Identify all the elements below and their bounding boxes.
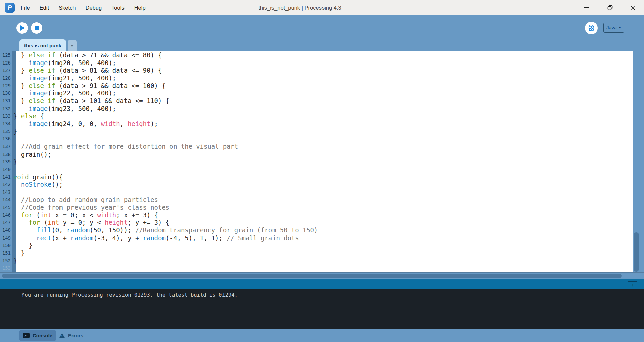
code-line-147: 147 for (int y = 0; y < height; y += 3) … bbox=[0, 219, 633, 226]
line-number: 151 bbox=[0, 249, 12, 257]
code-line-125: 125 } else if (data > 71 && data <= 80) … bbox=[0, 51, 633, 59]
code-line-141: 141void grain(){ bbox=[0, 173, 633, 181]
line-number: 132 bbox=[0, 105, 12, 113]
code-text: } bbox=[12, 242, 33, 249]
menu-item-debug[interactable]: Debug bbox=[85, 5, 102, 11]
editor-status-bar: ↓ bbox=[0, 279, 644, 289]
line-number: 147 bbox=[0, 219, 12, 226]
code-text: } else if (data > 81 && data <= 90) { bbox=[12, 67, 162, 74]
console-output: You are running Processing revision 0129… bbox=[0, 289, 644, 329]
code-text: } bbox=[12, 257, 17, 265]
dropdown-arrow-icon: ▼ bbox=[70, 44, 74, 48]
line-number: 146 bbox=[0, 211, 12, 219]
menu-item-file[interactable]: File bbox=[21, 5, 30, 11]
menu-item-edit[interactable]: Edit bbox=[40, 5, 49, 11]
code-line-130: 130 image(img22, 500, 400); bbox=[0, 89, 633, 97]
terminal-icon: >_ bbox=[23, 333, 30, 338]
play-icon bbox=[20, 25, 25, 31]
line-number: 141 bbox=[0, 173, 12, 181]
vertical-scrollbar-thumb[interactable] bbox=[634, 232, 639, 272]
tab-console[interactable]: >_ Console bbox=[19, 330, 56, 341]
arrow-down-icon: ↓ bbox=[628, 282, 637, 287]
code-text: } bbox=[12, 128, 17, 135]
menu-item-sketch[interactable]: Sketch bbox=[59, 5, 76, 11]
code-text bbox=[12, 188, 13, 196]
run-button[interactable] bbox=[16, 22, 28, 34]
close-button[interactable] bbox=[627, 0, 639, 15]
line-number: 142 bbox=[0, 181, 12, 188]
code-text bbox=[12, 264, 13, 272]
code-line-140: 140 bbox=[0, 166, 633, 173]
code-line-144: 144 //Loop to add random grain particles bbox=[0, 196, 633, 204]
line-number: 134 bbox=[0, 120, 12, 128]
chevron-down-icon: ▼ bbox=[618, 26, 621, 29]
code-line-131: 131 } else if (data > 101 && data <= 110… bbox=[0, 97, 633, 105]
processing-ide-window: P FileEditSketchDebugToolsHelp this_is_n… bbox=[0, 0, 644, 342]
code-text: } else if (data > 101 && data <= 110) { bbox=[12, 97, 169, 105]
line-number: 128 bbox=[0, 74, 12, 82]
code-text: image(img24, 0, 0, width, height); bbox=[12, 120, 158, 128]
code-line-148: 148 fill(0, random(50, 150)); //Random t… bbox=[0, 226, 633, 234]
mode-selector-java[interactable]: Java ▼ bbox=[603, 23, 624, 33]
line-number: 140 bbox=[0, 166, 12, 173]
code-text: void grain(){ bbox=[12, 173, 63, 181]
tab-errors[interactable]: ! Errors bbox=[55, 330, 87, 341]
line-number: 133 bbox=[0, 112, 12, 120]
restore-button[interactable] bbox=[604, 0, 616, 15]
tab-dropdown-button[interactable]: ▼ bbox=[68, 40, 77, 51]
code-text bbox=[12, 166, 13, 173]
code-line-151: 151 } bbox=[0, 249, 633, 257]
code-line-127: 127 } else if (data > 81 && data <= 90) … bbox=[0, 67, 633, 74]
code-text: fill(0, random(50, 150)); //Random trans… bbox=[12, 226, 318, 234]
code-text: image(img23, 500, 400); bbox=[12, 105, 116, 113]
code-text: } else { bbox=[12, 112, 44, 120]
line-number: 139 bbox=[0, 158, 12, 166]
line-number: 138 bbox=[0, 151, 12, 158]
menu-item-help[interactable]: Help bbox=[134, 5, 146, 11]
line-number: 150 bbox=[0, 242, 12, 249]
collapse-console-button[interactable]: ↓ bbox=[628, 281, 637, 288]
footer-bar: >_ Console ! Errors bbox=[0, 329, 644, 342]
code-line-133: 133} else { bbox=[0, 112, 633, 120]
code-line-146: 146 for (int x = 0; x < width; x += 3) { bbox=[0, 211, 633, 219]
line-number: 125 bbox=[0, 51, 12, 59]
line-number: 126 bbox=[0, 59, 12, 67]
code-line-136: 136 bbox=[0, 135, 633, 143]
code-text: } else if (data > 71 && data <= 80) { bbox=[12, 51, 162, 59]
code-editor[interactable]: 125 } else if (data > 71 && data <= 80) … bbox=[0, 51, 633, 272]
restore-icon bbox=[607, 5, 613, 10]
errors-tab-label: Errors bbox=[68, 333, 83, 338]
code-line-145: 145 //Code from previous year's class no… bbox=[0, 204, 633, 211]
menu-item-tools[interactable]: Tools bbox=[111, 5, 125, 11]
code-line-149: 149 rect(x + random(-3, 4), y + random(-… bbox=[0, 234, 633, 242]
processing-logo-icon: P bbox=[5, 3, 15, 13]
code-text: image(img22, 500, 400); bbox=[12, 89, 116, 97]
line-number: 136 bbox=[0, 135, 12, 143]
line-number: 145 bbox=[0, 204, 12, 211]
code-line-128: 128 image(img21, 500, 400); bbox=[0, 74, 633, 82]
line-number: 149 bbox=[0, 234, 12, 242]
line-number: 130 bbox=[0, 89, 12, 97]
code-text: for (int x = 0; x < width; x += 3) { bbox=[12, 211, 158, 219]
line-number: 152 bbox=[0, 257, 12, 265]
code-text: for (int y = 0; y < height; y += 3) { bbox=[12, 219, 169, 226]
horizontal-scrollbar-thumb[interactable] bbox=[2, 274, 622, 278]
code-line-138: 138 grain(); bbox=[0, 151, 633, 158]
debug-toggle-button[interactable] bbox=[585, 22, 598, 34]
code-text: noStroke(); bbox=[12, 181, 63, 188]
code-text: //Code from previous year's class notes bbox=[12, 204, 169, 211]
stop-button[interactable] bbox=[31, 22, 42, 34]
code-text: //Loop to add random grain particles bbox=[12, 196, 158, 204]
console-tab-label: Console bbox=[33, 333, 52, 338]
menu-bar: FileEditSketchDebugToolsHelp bbox=[21, 5, 146, 11]
line-number: 153 bbox=[0, 264, 12, 272]
code-line-132: 132 image(img23, 500, 400); bbox=[0, 105, 633, 113]
minimize-button[interactable] bbox=[581, 0, 593, 15]
code-line-142: 142 noStroke(); bbox=[0, 181, 633, 188]
horizontal-scrollbar[interactable] bbox=[0, 272, 644, 279]
tab-this-is-not-punk[interactable]: this is not punk bbox=[19, 39, 66, 51]
code-text bbox=[12, 135, 13, 143]
line-number: 127 bbox=[0, 67, 12, 74]
close-icon bbox=[630, 5, 635, 10]
line-number: 137 bbox=[0, 143, 12, 151]
